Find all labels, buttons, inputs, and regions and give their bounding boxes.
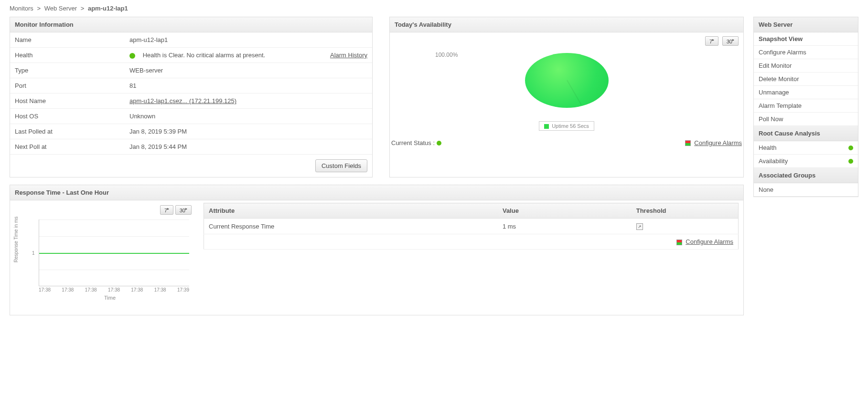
availability-pie-chart	[525, 53, 609, 117]
breadcrumb-current: apm-u12-lap1	[88, 5, 128, 12]
info-row-hostos: Host OS Unknown	[10, 109, 372, 124]
sidebar-header-webserver: Web Server	[754, 17, 858, 32]
range-7-button[interactable]: 7▸	[705, 36, 718, 46]
custom-fields-button[interactable]: Custom Fields	[315, 159, 367, 172]
sidebar-item-unmanage[interactable]: Unmanage	[754, 86, 858, 99]
panel-title-monitor-info: Monitor Information	[10, 17, 372, 32]
panel-title-availability: Today's Availability	[390, 17, 743, 32]
rca-health-row[interactable]: Health	[754, 141, 858, 155]
info-row-lastpoll: Last Polled at Jan 8, 2019 5:39 PM	[10, 124, 372, 139]
pie-legend: Uptime 56 Secs	[539, 121, 594, 131]
sidebar-item-alarm-template[interactable]: Alarm Template	[754, 99, 858, 113]
info-row-type: Type WEB-server	[10, 63, 372, 78]
sidebar-item-configure-alarms[interactable]: Configure Alarms	[754, 46, 858, 59]
response-time-table: Attribute Value Threshold Current Respon…	[204, 203, 739, 250]
sidebar: Web Server Snapshot View Configure Alarm…	[753, 17, 858, 197]
table-row: Current Response Time 1 ms ↗	[204, 219, 739, 234]
configure-alarms-icon	[685, 140, 691, 146]
info-row-hostname: Host Name apm-u12-lap1.csez... (172.21.1…	[10, 94, 372, 109]
info-row-health: Health Health is Clear. No critical alar…	[10, 48, 372, 63]
y-axis-label: Response Time in ms	[13, 217, 19, 262]
col-value: Value	[498, 203, 632, 219]
health-dot-icon	[848, 146, 853, 150]
resp-range-7-button[interactable]: 7▸	[160, 205, 173, 215]
availability-panel: Today's Availability 7▸ 30▸ 100.00%	[389, 17, 744, 177]
alarm-history-link[interactable]: Alarm History	[330, 52, 367, 59]
health-dot-icon	[129, 53, 135, 59]
info-row-name: Name apm-u12-lap1	[10, 32, 372, 48]
data-line	[39, 253, 189, 254]
rca-availability-row[interactable]: Availability	[754, 155, 858, 168]
panel-title-response: Response Time - Last One Hour	[10, 185, 743, 200]
breadcrumb-monitors[interactable]: Monitors	[10, 5, 33, 12]
configure-alarms-link-availability[interactable]: Configure Alarms	[694, 139, 742, 146]
assoc-groups-none: None	[754, 183, 858, 197]
configure-alarms-link-response[interactable]: Configure Alarms	[686, 238, 733, 245]
x-axis-label: Time	[28, 295, 192, 301]
range-30-button[interactable]: 30▸	[722, 36, 739, 46]
sidebar-item-poll-now[interactable]: Poll Now	[754, 113, 858, 126]
current-status-label: Current Status :	[391, 139, 435, 146]
legend-swatch-icon	[544, 124, 549, 129]
response-time-panel: Response Time - Last One Hour 7▸ 30▸ Res…	[10, 185, 744, 315]
resp-range-30-button[interactable]: 30▸	[175, 205, 192, 215]
sidebar-item-edit-monitor[interactable]: Edit Monitor	[754, 59, 858, 73]
monitor-information-panel: Monitor Information Name apm-u12-lap1 He…	[10, 17, 373, 177]
x-ticks: 17:38 17:38 17:38 17:38 17:38 17:38 17:3…	[39, 287, 189, 292]
breadcrumb-group[interactable]: Web Server	[44, 5, 77, 12]
breadcrumb: Monitors > Web Server > apm-u12-lap1	[10, 0, 858, 17]
pie-percent-label: 100.00%	[435, 52, 458, 58]
sidebar-item-delete-monitor[interactable]: Delete Monitor	[754, 73, 858, 86]
col-threshold: Threshold	[632, 203, 739, 219]
health-dot-icon	[848, 159, 853, 164]
sidebar-header-assoc-groups: Associated Groups	[754, 168, 858, 183]
threshold-edit-icon[interactable]: ↗	[636, 223, 643, 230]
info-row-port: Port 81	[10, 78, 372, 94]
response-time-line-chart: Response Time in ms 1 17:38 17:38	[28, 219, 192, 305]
configure-alarms-icon	[676, 240, 682, 245]
y-tick: 1	[32, 250, 35, 255]
info-row-nextpoll: Next Poll at Jan 8, 2019 5:44 PM	[10, 139, 372, 155]
hostname-link[interactable]: apm-u12-lap1.csez... (172.21.199.125)	[129, 97, 236, 104]
sidebar-item-snapshot-view[interactable]: Snapshot View	[754, 32, 858, 46]
status-dot-icon	[437, 141, 441, 146]
col-attribute: Attribute	[204, 203, 498, 219]
sidebar-header-rca: Root Cause Analysis	[754, 126, 858, 141]
